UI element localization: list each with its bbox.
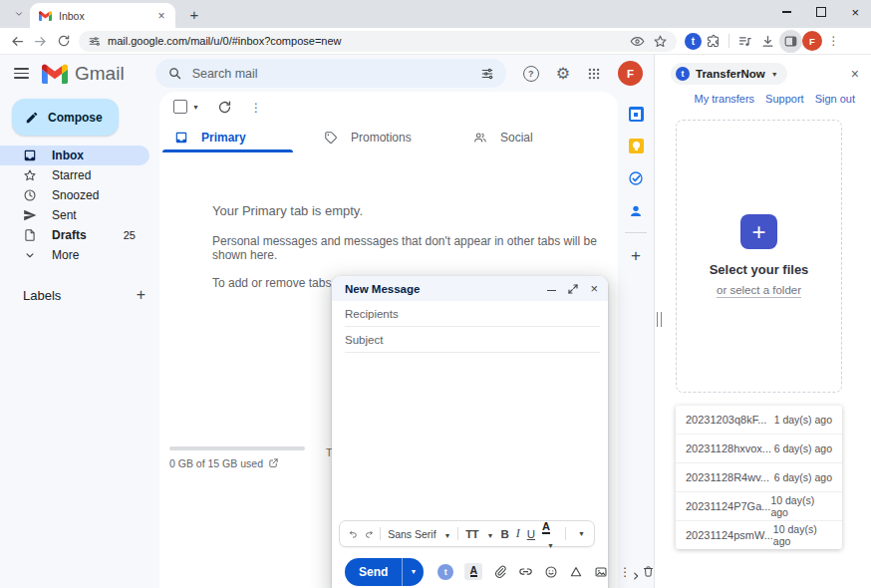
transfer-row[interactable]: 20231128hxvox... 6 day(s) ago bbox=[676, 435, 842, 463]
browser-tab[interactable]: Inbox × bbox=[30, 3, 175, 28]
subject-field[interactable]: Subject bbox=[345, 327, 600, 353]
reload-button[interactable] bbox=[52, 30, 75, 53]
tab-primary[interactable]: Primary bbox=[159, 122, 309, 152]
address-bar[interactable]: mail.google.com/mail/u/0/#inbox?compose=… bbox=[79, 31, 677, 52]
more-formats-icon[interactable]: ▼ bbox=[578, 530, 585, 537]
discard-trash-icon[interactable] bbox=[642, 565, 655, 578]
panel-title-dropdown[interactable]: t TransferNow ▼ bbox=[671, 63, 787, 85]
font-size-select[interactable]: TT ▼ bbox=[465, 528, 493, 540]
recipients-field[interactable]: Recipients bbox=[345, 301, 600, 327]
reload-icon bbox=[57, 34, 71, 48]
list-more-button[interactable]: ⋮ bbox=[250, 98, 262, 116]
sidebar-item-snoozed[interactable]: Snoozed bbox=[0, 185, 149, 205]
refresh-button[interactable] bbox=[217, 100, 232, 115]
google-apps-grid-icon[interactable] bbox=[587, 67, 601, 81]
text-color-button[interactable]: A ▼ bbox=[542, 516, 558, 552]
underline-button[interactable]: U bbox=[527, 528, 535, 540]
search-input[interactable]: Search mail bbox=[155, 59, 506, 88]
transfernow-compose-icon[interactable]: t bbox=[437, 564, 453, 580]
contacts-icon[interactable] bbox=[628, 203, 644, 219]
resize-handle[interactable] bbox=[657, 312, 662, 327]
window-minimize-button[interactable] bbox=[782, 11, 791, 13]
back-button[interactable] bbox=[6, 30, 29, 53]
window-maximize-button[interactable] bbox=[816, 7, 826, 17]
tab-social[interactable]: Social bbox=[458, 122, 608, 152]
gmail-profile-avatar[interactable]: F bbox=[618, 61, 643, 86]
sidebar-item-starred[interactable]: Starred bbox=[0, 165, 149, 185]
support-link[interactable]: Support bbox=[765, 93, 804, 105]
undo-icon[interactable] bbox=[349, 527, 358, 540]
transfer-row[interactable]: 20231203q8kF... 1 day(s) ago bbox=[676, 406, 842, 435]
minimize-icon[interactable] bbox=[547, 290, 556, 292]
sidebar-item-drafts[interactable]: Drafts 25 bbox=[0, 225, 149, 245]
storage-progress-bar bbox=[169, 446, 305, 450]
transfernow-extension-icon[interactable]: t bbox=[685, 33, 702, 50]
close-icon[interactable]: × bbox=[590, 284, 598, 294]
select-dropdown-icon[interactable]: ▼ bbox=[192, 104, 199, 111]
browser-menu-button[interactable]: ⋮ bbox=[822, 30, 845, 53]
more-options-icon[interactable]: ⋮ bbox=[619, 565, 631, 579]
redo-icon[interactable] bbox=[365, 527, 374, 540]
calendar-icon[interactable] bbox=[629, 107, 644, 122]
insert-link-icon[interactable] bbox=[518, 564, 533, 579]
sidebar-item-inbox[interactable]: Inbox bbox=[0, 146, 149, 165]
tag-icon bbox=[324, 131, 338, 145]
main-menu-button[interactable] bbox=[0, 55, 42, 92]
italic-button[interactable]: I bbox=[516, 526, 520, 541]
send-button[interactable]: Send ▼ bbox=[345, 558, 424, 586]
select-folder-link[interactable]: or select a folder bbox=[717, 284, 801, 298]
open-in-new-icon[interactable] bbox=[268, 457, 279, 468]
tab-close-icon[interactable]: × bbox=[154, 9, 168, 23]
compose-button[interactable]: Compose bbox=[12, 99, 119, 136]
window-close-button[interactable]: × bbox=[851, 8, 859, 17]
tasks-icon[interactable] bbox=[628, 170, 644, 186]
select-all-checkbox[interactable] bbox=[173, 100, 187, 114]
popout-icon[interactable] bbox=[568, 284, 578, 294]
preview-eye-icon[interactable] bbox=[630, 34, 645, 49]
drafts-count: 25 bbox=[124, 229, 149, 241]
site-info-icon[interactable] bbox=[88, 35, 101, 48]
bold-button[interactable]: B bbox=[500, 528, 508, 540]
downloads-button[interactable] bbox=[756, 30, 779, 53]
new-tab-button[interactable]: + bbox=[183, 3, 205, 25]
insert-image-icon[interactable] bbox=[594, 565, 608, 579]
panel-close-icon[interactable]: × bbox=[851, 68, 859, 80]
sign-out-link[interactable]: Sign out bbox=[815, 93, 855, 105]
sidebar-item-sent[interactable]: Sent bbox=[0, 205, 149, 225]
help-button[interactable]: ? bbox=[523, 66, 539, 82]
transfer-row[interactable]: 20231128R4wv... 6 day(s) ago bbox=[676, 463, 842, 492]
tab-search-button[interactable] bbox=[9, 4, 29, 24]
get-addons-button[interactable]: + bbox=[631, 246, 641, 266]
media-controls-icon[interactable] bbox=[733, 30, 756, 53]
browser-profile-avatar[interactable]: F bbox=[802, 31, 822, 51]
font-family-select[interactable]: Sans Serif ▼ bbox=[388, 528, 450, 540]
search-options-icon[interactable] bbox=[480, 67, 494, 81]
sidebar-item-more[interactable]: More bbox=[0, 245, 149, 265]
extensions-puzzle-icon[interactable] bbox=[702, 30, 725, 53]
compose-header[interactable]: New Message × bbox=[332, 276, 608, 301]
settings-gear-icon[interactable]: ⚙ bbox=[556, 66, 570, 82]
gmail-logo-text: Gmail bbox=[75, 63, 125, 85]
panel-title: TransferNow bbox=[696, 68, 765, 80]
my-transfers-link[interactable]: My transfers bbox=[695, 93, 755, 105]
transfer-row[interactable]: 20231124psmW... 10 day(s) ago bbox=[676, 521, 842, 549]
side-panel-button[interactable] bbox=[779, 30, 802, 53]
search-icon[interactable] bbox=[167, 66, 182, 81]
emoji-icon[interactable] bbox=[544, 565, 558, 579]
gmail-logo[interactable]: Gmail bbox=[42, 63, 125, 85]
forward-button[interactable] bbox=[29, 30, 52, 53]
keep-icon[interactable] bbox=[629, 139, 644, 153]
compose-body[interactable]: Sans Serif ▼ TT ▼ B I U A ▼ ▼ bbox=[332, 353, 608, 554]
bookmark-star-icon[interactable] bbox=[653, 34, 668, 49]
add-files-button[interactable]: + bbox=[740, 214, 777, 249]
attach-file-icon[interactable] bbox=[493, 565, 507, 579]
create-label-button[interactable]: + bbox=[137, 286, 145, 304]
file-dropzone[interactable]: + Select your files or select a folder bbox=[676, 120, 842, 393]
tab-promotions[interactable]: Promotions bbox=[309, 122, 458, 152]
drive-icon[interactable] bbox=[569, 565, 583, 579]
transfer-row[interactable]: 20231124P7Ga... 10 day(s) ago bbox=[676, 492, 842, 521]
empty-subtitle: Personal messages and messages that don'… bbox=[212, 234, 618, 262]
send-options-caret[interactable]: ▼ bbox=[402, 558, 424, 586]
inbox-icon bbox=[174, 131, 188, 145]
formatting-options-button[interactable]: A bbox=[464, 563, 482, 580]
